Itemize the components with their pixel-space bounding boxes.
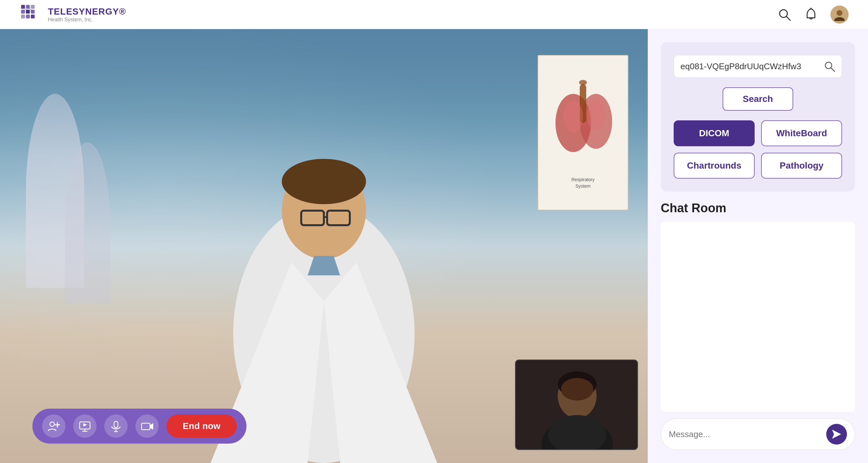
end-call-button[interactable]: End now [166, 415, 237, 438]
svg-rect-3 [21, 10, 25, 13]
message-input[interactable] [669, 429, 820, 439]
search-button[interactable] [777, 7, 792, 22]
screen-share-icon [79, 420, 91, 432]
bell-icon [805, 7, 817, 22]
camera-button[interactable] [135, 415, 159, 438]
bg-person-2 [65, 142, 110, 304]
right-panel: Search DICOM WhiteBoard Chartrounds Path… [648, 29, 868, 463]
svg-point-20 [563, 100, 583, 133]
svg-marker-53 [832, 430, 841, 439]
microphone-icon [110, 420, 122, 432]
whiteboard-button[interactable]: WhiteBoard [761, 120, 842, 146]
camera-icon [141, 420, 153, 432]
avatar-icon [833, 8, 846, 21]
pip-video [515, 360, 638, 450]
anatomy-image: Respiratory System [547, 65, 619, 201]
svg-point-33 [50, 422, 54, 426]
pip-person [516, 360, 638, 450]
profile-button[interactable] [831, 5, 848, 24]
controls-bar: End now [32, 409, 246, 443]
svg-line-52 [831, 68, 835, 71]
mute-button[interactable] [104, 415, 128, 438]
logo-subtitle: Health System, Inc. [48, 17, 126, 23]
search-icon [777, 7, 792, 22]
svg-rect-43 [142, 423, 150, 430]
svg-point-51 [825, 62, 832, 69]
svg-rect-7 [26, 14, 30, 19]
screen-share-button[interactable] [73, 415, 96, 438]
svg-point-19 [579, 80, 587, 85]
search-area: Search DICOM WhiteBoard Chartrounds Path… [661, 42, 855, 192]
svg-point-48 [561, 378, 593, 401]
svg-point-26 [282, 159, 366, 204]
svg-point-14 [837, 10, 842, 16]
logo-title: TELESYNERGY® [48, 6, 126, 17]
svg-rect-2 [31, 5, 35, 9]
notification-button[interactable] [805, 7, 817, 22]
add-person-icon [48, 420, 60, 432]
svg-rect-6 [21, 14, 25, 19]
svg-marker-39 [83, 423, 87, 426]
svg-line-12 [786, 16, 790, 21]
chat-title: Chat Room [661, 201, 855, 215]
svg-marker-44 [150, 423, 153, 430]
svg-point-21 [587, 99, 605, 130]
svg-text:Respiratory: Respiratory [571, 177, 595, 182]
svg-point-15 [834, 17, 845, 21]
svg-text:System: System [576, 184, 591, 189]
video-section: Respiratory System [0, 29, 648, 463]
avatar [831, 5, 848, 24]
header-icons [777, 5, 848, 24]
logo-area: TELESYNERGY® Health System, Inc. [20, 3, 126, 26]
pathology-button[interactable]: Pathology [761, 153, 842, 178]
add-person-button[interactable] [42, 415, 65, 438]
dicom-button[interactable]: DICOM [674, 120, 755, 146]
header: TELESYNERGY® Health System, Inc. [0, 0, 868, 29]
chat-messages[interactable] [661, 222, 855, 412]
chat-section: Chat Room [661, 201, 855, 450]
search-button-panel[interactable]: Search [722, 87, 793, 111]
tool-buttons: DICOM WhiteBoard Chartrounds Pathology [674, 120, 842, 178]
svg-rect-40 [114, 421, 118, 428]
anatomy-poster: Respiratory System [538, 55, 628, 210]
chat-input-row [661, 418, 855, 450]
search-input-row [674, 55, 842, 78]
search-input[interactable] [680, 62, 824, 71]
chartrounds-button[interactable]: Chartrounds [674, 153, 755, 178]
search-icon-right [824, 61, 835, 72]
main-video: Respiratory System [0, 29, 648, 463]
main-content: Respiratory System [0, 29, 868, 463]
logo-icon [20, 3, 42, 26]
send-icon [831, 429, 842, 439]
svg-rect-8 [31, 14, 35, 19]
logo-text: TELESYNERGY® Health System, Inc. [48, 6, 126, 23]
send-button[interactable] [826, 424, 847, 444]
